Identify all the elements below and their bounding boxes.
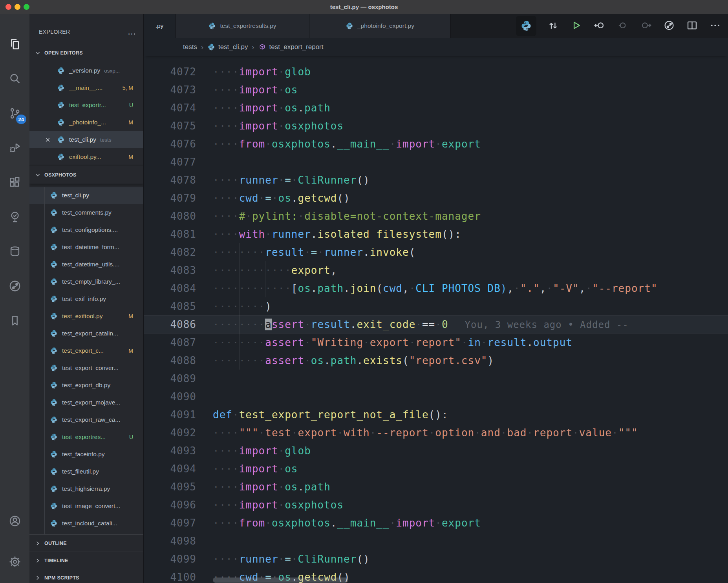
close-window-button[interactable]	[5, 4, 11, 10]
code-line: 4097····from·osxphotos.__main__·import·e…	[144, 514, 728, 532]
horizontal-scrollbar-thumb[interactable]	[213, 578, 348, 583]
section-label: TIMELINE	[44, 558, 68, 563]
activity-item-run-and-debug[interactable]	[0, 133, 29, 162]
tree-item[interactable]: test_fileutil.py	[29, 463, 143, 480]
line-number: 4094	[144, 460, 196, 478]
activity-item-database[interactable]	[0, 237, 29, 266]
code-line: 4079····cwd·=·os.getcwd()	[144, 189, 728, 207]
tree-item[interactable]: test_image_convert...	[29, 497, 143, 515]
python-file-icon	[50, 450, 58, 458]
tree-item[interactable]: test_export_conver...	[29, 359, 143, 377]
git-status-badge: M	[128, 313, 133, 319]
line-number: 4078	[144, 171, 196, 189]
activity-item-source-control[interactable]: 24	[0, 98, 29, 128]
file-name: test_exif_info.py	[62, 295, 106, 302]
zoom-window-button[interactable]	[24, 4, 29, 10]
minimize-window-button[interactable]	[15, 4, 20, 10]
activity-item-search[interactable]	[0, 64, 29, 93]
file-name: test_cli.py	[62, 192, 89, 199]
python-file-icon	[346, 22, 353, 30]
tree-item[interactable]: test_empty_library_...	[29, 273, 143, 290]
project-section-header[interactable]: OSXPHOTOS	[29, 166, 143, 184]
python-file-icon	[50, 416, 58, 424]
line-number: 4100	[144, 568, 196, 583]
file-name: test_configoptions....	[62, 226, 118, 233]
gitlens-graph-button[interactable]	[663, 20, 675, 32]
open-editor-item[interactable]: _version.pyosxp...	[29, 62, 143, 79]
breadcrumb-item[interactable]: test_export_report	[258, 43, 324, 51]
activity-item-bookmarks[interactable]	[0, 306, 29, 335]
tree-item[interactable]: test_exiftool.pyM	[29, 308, 143, 325]
activity-item-gitlens[interactable]	[0, 271, 29, 301]
line-content: ····import·osxphotos	[213, 496, 344, 514]
code-line: 4080····#·pylint:·disable=not-context-ma…	[144, 207, 728, 225]
python-file-icon	[57, 67, 65, 75]
line-number: 4075	[144, 117, 196, 135]
compare-changes-button[interactable]	[547, 20, 560, 32]
bookmarks-icon	[8, 314, 22, 327]
code-line: 4096····import·osxphotos	[144, 496, 728, 514]
close-icon[interactable]	[44, 137, 51, 143]
sidebar-section-outline[interactable]: OUTLINE	[29, 534, 143, 552]
sidebar-section-npm-scripts[interactable]: NPM SCRIPTS	[29, 569, 143, 583]
tree-item[interactable]: test_export_catalin...	[29, 325, 143, 342]
code-line: 4094····import·os	[144, 460, 728, 478]
python-logo-button[interactable]	[516, 16, 536, 36]
sidebar-more-actions-button[interactable]: …	[128, 30, 136, 34]
file-name: _photoinfo_...	[69, 119, 106, 126]
symbol-cube-icon	[258, 43, 266, 51]
tree-item[interactable]: test_cli.py	[29, 187, 143, 204]
file-name: test_highsierra.py	[62, 485, 110, 492]
sidebar-header: EXPLORER …	[29, 14, 143, 44]
open-editor-item[interactable]: exiftool.py...M	[29, 148, 143, 166]
tree-item[interactable]: test_configoptions....	[29, 221, 143, 239]
run-python-file-button[interactable]	[570, 20, 583, 32]
more-actions-button[interactable]	[709, 20, 722, 32]
tab-photoinfo-export[interactable]: _photoinfo_export.py	[309, 14, 451, 38]
open-editor-item[interactable]: __main__....5, M	[29, 79, 143, 97]
activity-item-test-explorer[interactable]	[0, 202, 29, 231]
tree-item[interactable]: test_export_mojave...	[29, 394, 143, 411]
tree-item[interactable]: test_incloud_catali...	[29, 515, 143, 532]
open-editor-item[interactable]: test_cli.pytests	[29, 131, 143, 148]
line-content: ····import·os	[213, 81, 298, 99]
activity-item-explorer[interactable]	[0, 29, 29, 59]
open-editor-item[interactable]: test_exportr...U	[29, 97, 143, 114]
code-line: 4092····"""·test·export·with·--report·op…	[144, 424, 728, 442]
sidebar-section-timeline[interactable]: TIMELINE	[29, 552, 143, 569]
breadcrumb-label: test_export_report	[269, 43, 324, 51]
open-editor-item[interactable]: _photoinfo_...M	[29, 114, 143, 131]
tree-item[interactable]: test_export_c...M	[29, 342, 143, 359]
open-editors-section-header[interactable]: OPEN EDITORS	[29, 44, 143, 62]
tab-test-cli-partial[interactable]: .py	[144, 14, 176, 38]
tree-indent-guide	[44, 187, 45, 535]
code-line: 4072····import·glob	[144, 63, 728, 81]
activity-item-extensions[interactable]	[0, 168, 29, 197]
chevron-right-icon	[34, 557, 41, 564]
tab-test-exportresults[interactable]: test_exportresults.py	[176, 14, 309, 38]
tree-item[interactable]: test_comments.py	[29, 204, 143, 221]
breadcrumb-label: test_cli.py	[218, 43, 248, 51]
tree-item[interactable]: test_exportres...U	[29, 428, 143, 446]
split-editor-button[interactable]	[686, 20, 699, 32]
python-file-icon	[57, 153, 65, 161]
activity-item-settings[interactable]	[0, 547, 29, 576]
code-editor[interactable]: 4072····import·glob4073····import·os4074…	[144, 56, 728, 583]
tree-item[interactable]: test_faceinfo.py	[29, 446, 143, 463]
tree-item[interactable]: test_datetime_form...	[29, 239, 143, 256]
step-forward-button[interactable]	[640, 20, 652, 32]
activity-item-account[interactable]	[0, 506, 29, 536]
tree-item[interactable]: test_export_db.py	[29, 377, 143, 394]
breadcrumb-item[interactable]: test_cli.py	[207, 43, 248, 51]
tree-item[interactable]: test_highsierra.py	[29, 480, 143, 497]
tree-item[interactable]: test_datetime_utils....	[29, 256, 143, 273]
step-dot-button[interactable]	[616, 20, 629, 32]
line-content: ············[os.path.join(cwd,·CLI_PHOTO…	[213, 279, 658, 297]
line-number: 4088	[144, 352, 196, 370]
explorer-icon	[8, 38, 22, 51]
breadcrumb-item[interactable]: tests	[183, 43, 197, 51]
tree-item[interactable]: test_export_raw_ca...	[29, 411, 143, 428]
step-back-button[interactable]	[593, 20, 606, 32]
code-line: 4078····runner·=·CliRunner()	[144, 171, 728, 189]
tree-item[interactable]: test_exif_info.py	[29, 290, 143, 308]
